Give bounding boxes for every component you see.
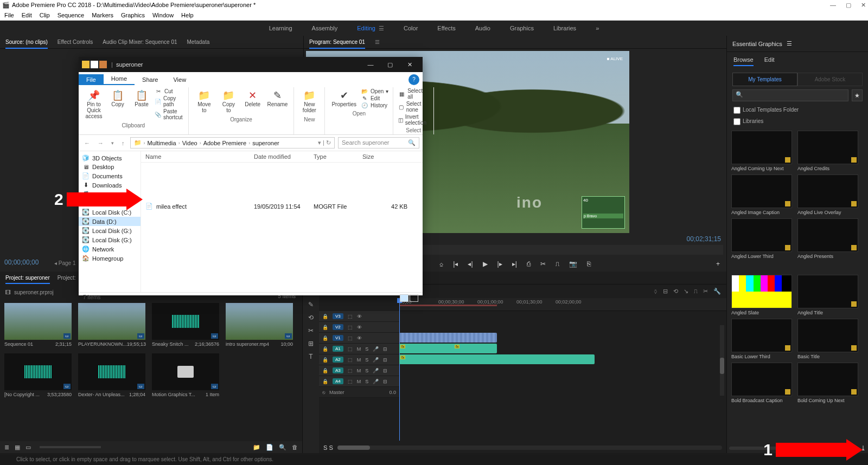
explorer-help-icon[interactable]: ? [409,74,419,85]
transport-go-in-icon[interactable]: |◂ [453,260,458,268]
tree-node[interactable]: 📄Documents [79,171,141,180]
menu-help[interactable]: Help [181,12,194,18]
master-track-header[interactable]: ⎋Master0.0 [319,387,399,398]
ribbon-rename-button[interactable]: ✎Rename [265,87,291,115]
tree-node[interactable]: 🧊3D Objects [79,153,141,163]
track-body[interactable]: fx fx fx [399,311,726,398]
eg-template-thumb[interactable] [797,175,858,208]
project-clip-thumb[interactable]: ▭ [226,303,293,340]
menu-clip[interactable]: Clip [40,12,50,18]
ws-overflow[interactable]: » [596,25,599,31]
audio-track-header[interactable]: 🔒A4⬚MS🎤⊟ [319,376,399,387]
ws-audio[interactable]: Audio [475,25,490,31]
audio-track-header[interactable]: 🔒A1⬚MS🎤⊟ [319,344,399,354]
eg-template-thumb[interactable] [731,275,792,308]
tab-audio-clip-mixer[interactable]: Audio Clip Mixer: Sequence 01 [103,39,177,45]
view-large-icon[interactable] [410,294,418,302]
nav-fwd-icon[interactable]: → [95,139,106,147]
ribbon-new-folder-button[interactable]: 📁New folder [297,87,321,115]
tree-node[interactable]: 💽Local Disk (C:) [79,208,141,217]
audio-clip[interactable] [500,354,510,364]
eg-template-thumb[interactable] [797,363,858,396]
project-zoom-slider[interactable] [40,446,101,448]
video-track-header[interactable]: 🔒V3⬚👁 [319,311,399,322]
transport-lift-icon[interactable]: ⎙ [527,260,531,268]
explorer-tab-file[interactable]: File [79,74,104,85]
col-type[interactable]: Type [309,151,358,162]
col-name[interactable]: Name [141,151,250,162]
project-new-bin-icon[interactable]: 📁 [253,444,260,451]
ws-graphics[interactable]: Graphics [510,25,534,31]
ribbon-invert-button[interactable]: ◫Invert selection [397,113,430,126]
explorer-close-button[interactable]: ✕ [400,57,419,72]
ribbon-open-button[interactable]: 📂Open ▾ [360,88,390,95]
tl-icon-2[interactable]: ⊟ [663,288,668,295]
ribbon-paste-button[interactable]: 📋Paste [130,87,154,121]
eg-libraries-check[interactable]: Libraries [733,118,763,124]
menu-window[interactable]: Window [152,12,174,18]
tl-icon-1[interactable]: ⎀ [654,288,658,295]
eg-template-thumb[interactable] [797,319,858,352]
tab-project[interactable]: Project: superoner [5,275,50,284]
eg-template-thumb[interactable] [731,218,792,252]
timeline-hscroll[interactable] [337,445,722,450]
audio-track-header[interactable]: 🔒A3⬚MS🎤⊟ [319,365,399,376]
transport-play-icon[interactable]: ▶ [483,260,488,268]
explorer-min-button[interactable]: — [361,57,380,72]
video-track-header[interactable]: 🔒V1⬚👁 [319,333,399,344]
ribbon-paste-shortcut-button[interactable]: 📎Paste shortcut [154,108,185,121]
ribbon-delete-button[interactable]: ✕Delete [241,87,265,115]
explorer-tab-home[interactable]: Home [104,73,135,85]
eg-template-thumb[interactable] [731,131,792,164]
project-icon-view-icon[interactable]: ▦ [15,444,20,451]
eg-zoom-slider[interactable] [729,447,858,450]
tree-node[interactable]: 🌐Network [79,244,141,254]
eg-favorites-button[interactable]: ★ [852,89,863,101]
tree-node[interactable]: 🎵Music [79,190,141,199]
ribbon-copy-path-button[interactable]: 📄Copy path [154,95,185,108]
tab-metadata[interactable]: Metadata [187,39,210,45]
transport-camera-icon[interactable]: 📷 [569,260,577,268]
ribbon-select-all-button[interactable]: ▦Select all [397,87,430,100]
eg-template-thumb[interactable] [731,175,792,208]
transport-go-out-icon[interactable]: ▸| [512,260,517,268]
crumb[interactable]: Adobe Premiere [203,140,247,146]
project-new-item-icon[interactable]: 📄 [266,444,273,451]
eg-tab-edit[interactable]: Edit [764,56,775,66]
tree-node[interactable]: 🏠Homegroup [79,254,141,263]
menu-markers[interactable]: Markers [92,12,113,18]
file-explorer-window[interactable]: | superoner — ▢ ✕ File Home Share View ?… [79,57,423,295]
project-clip-thumb[interactable]: ▭ [152,353,219,390]
tree-node[interactable]: 💽Data (D:) [79,217,141,226]
project-clip-thumb[interactable]: ▭ [78,353,145,390]
tree-node[interactable]: ⬇Downloads [79,180,141,190]
eg-tab-browse[interactable]: Browse [733,56,754,66]
explorer-tab-share[interactable]: Share [135,74,165,85]
crumb[interactable]: superoner [252,140,279,146]
ws-effects[interactable]: Effects [437,25,455,31]
transport-marker-icon[interactable]: ⎐ [439,260,443,268]
eg-adobe-stock-button[interactable]: Adobe Stock [797,73,863,86]
project-find-icon[interactable]: 🔍 [279,444,286,451]
menu-sequence[interactable]: Sequence [58,12,85,18]
tool-type-icon[interactable]: T [309,353,312,360]
ws-editing[interactable]: Editing ☰ [357,25,384,32]
transport-compare-icon[interactable]: ⎘ [587,260,591,268]
eg-my-templates-button[interactable]: My Templates [732,73,797,86]
col-size[interactable]: Size [358,151,423,162]
explorer-titlebar[interactable]: | superoner — ▢ ✕ [79,57,423,72]
tree-node[interactable]: 🖥Desktop [79,163,141,171]
nav-up-icon[interactable]: ↑ [119,139,127,147]
tree-node[interactable]: 🖼Pictur [79,199,141,208]
ribbon-cut-button[interactable]: ✂Cut [154,88,185,95]
tree-node[interactable]: 💽Local Disk (G:) [79,235,141,244]
transport-step-back-icon[interactable]: ◂| [468,260,473,268]
tab-program[interactable]: Program: Sequence 01 [309,39,365,49]
explorer-search-input[interactable]: Search superoner🔍 [338,137,419,148]
transport-extract-icon[interactable]: ✂ [540,260,546,268]
tl-icon-4[interactable]: ↘ [684,288,688,295]
audio-clip[interactable]: fx [454,344,486,353]
ws-color[interactable]: Color [404,25,418,31]
ribbon-history-button[interactable]: 🕘History [360,102,390,109]
video-clip[interactable] [399,333,497,343]
